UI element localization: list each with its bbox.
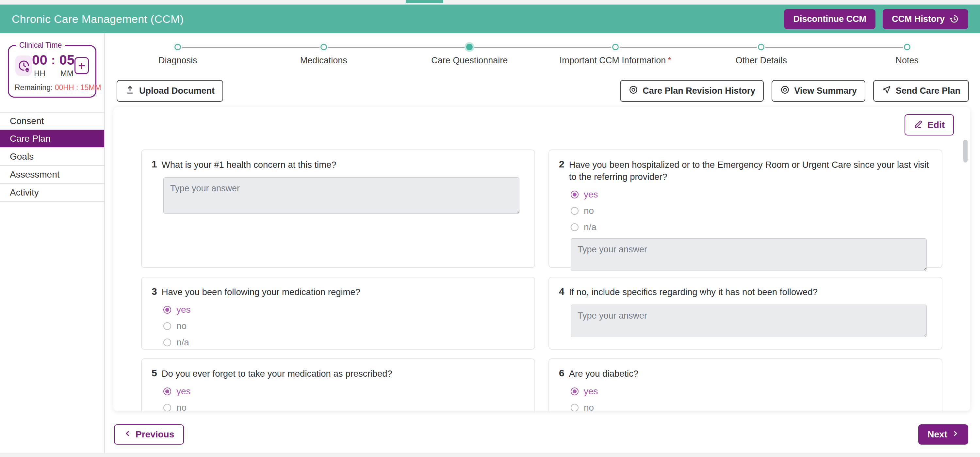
panel-scrollbar[interactable] (963, 140, 967, 163)
question-card-1: 1 What is your #1 health concern at this… (141, 149, 535, 268)
send-icon (882, 85, 891, 97)
question-5-radio-no[interactable]: no (163, 403, 525, 411)
step-dot (175, 44, 181, 50)
step-dot-active (466, 44, 473, 50)
eye-icon (780, 85, 790, 97)
add-time-button[interactable]: + (75, 57, 89, 74)
radio-icon (163, 404, 171, 411)
required-asterisk: * (668, 56, 671, 65)
care-plan-revision-history-button[interactable]: Care Plan Revision History (620, 80, 764, 102)
discontinue-ccm-button[interactable]: Discontinue CCM (784, 9, 875, 29)
step-care-questionnaire[interactable]: Care Questionnaire (396, 44, 542, 66)
question-6-radio-yes[interactable]: yes (571, 386, 932, 397)
step-dot (904, 44, 910, 50)
question-card-3: 3 Have you been following your medicatio… (141, 277, 535, 350)
radio-icon (571, 223, 579, 231)
ccm-history-button[interactable]: CCM History (883, 9, 968, 29)
care-questionnaire-panel: Edit 1 What is your #1 health concern at… (113, 107, 970, 411)
history-icon (949, 14, 959, 24)
remaining-value: 00HH : 15MM (55, 83, 101, 92)
radio-icon (163, 387, 171, 395)
sidebar-item-care-plan[interactable]: Care Plan (0, 130, 104, 148)
remaining-label: Remaining: (15, 83, 52, 92)
upload-icon (125, 85, 135, 97)
step-diagnosis[interactable]: Diagnosis (105, 44, 251, 66)
question-4-answer-input[interactable] (571, 305, 927, 337)
top-scroll-indicator (406, 0, 443, 3)
stepper: Diagnosis Medications Care Questionnaire… (105, 44, 980, 66)
question-5-radio-yes[interactable]: yes (163, 386, 525, 397)
app-body: Clinical Time $ 00 HH : (0, 33, 980, 453)
page-title: Chronic Care Management (CCM) (12, 13, 777, 25)
chevron-right-icon (951, 429, 959, 440)
clinical-time-minutes: 05 (59, 53, 75, 67)
sidebar-nav: Consent Care Plan Goals Assessment Activ… (0, 112, 104, 202)
question-card-2: 2 Have you been hospitalized or to the E… (549, 149, 942, 268)
app-header: Chronic Care Management (CCM) Discontinu… (0, 5, 980, 33)
main-content: Diagnosis Medications Care Questionnaire… (105, 33, 980, 453)
chevron-left-icon (124, 429, 132, 440)
view-summary-button[interactable]: View Summary (772, 80, 865, 102)
sidebar-item-assessment[interactable]: Assessment (0, 166, 104, 184)
step-dot (758, 44, 764, 50)
question-card-6: 6 Are you diabetic? yes no (549, 359, 942, 411)
eye-icon (628, 85, 638, 97)
clinical-time-legend: Clinical Time (16, 41, 65, 50)
question-3-radio-na[interactable]: n/a (163, 337, 525, 348)
step-dot (612, 44, 619, 50)
question-6-radio-no[interactable]: no (571, 403, 932, 411)
radio-icon (571, 207, 579, 215)
previous-button[interactable]: Previous (114, 424, 184, 444)
question-grid: 1 What is your #1 health concern at this… (141, 149, 942, 411)
question-2-radio-yes[interactable]: yes (571, 189, 932, 200)
question-2-radio-no[interactable]: no (571, 206, 932, 216)
question-3-radio-no[interactable]: no (163, 321, 525, 331)
plus-icon: + (78, 59, 85, 72)
question-2-radio-na[interactable]: n/a (571, 222, 932, 232)
sidebar: Clinical Time $ 00 HH : (0, 33, 105, 453)
svg-text:$: $ (25, 67, 29, 73)
radio-icon (163, 322, 171, 330)
step-medications[interactable]: Medications (251, 44, 397, 66)
clinical-time-widget: Clinical Time $ 00 HH : (8, 45, 96, 98)
footer-nav: Previous Next (114, 424, 968, 444)
step-important-ccm-information[interactable]: Important CCM Information* (542, 44, 689, 66)
edit-button[interactable]: Edit (905, 114, 954, 135)
sidebar-item-goals[interactable]: Goals (0, 148, 104, 166)
clinical-time-hours: 00 (32, 53, 48, 67)
send-care-plan-button[interactable]: Send Care Plan (873, 80, 969, 102)
clinical-time-icon: $ (15, 56, 32, 76)
radio-icon (571, 387, 579, 395)
pencil-icon (914, 119, 923, 131)
radio-icon (163, 338, 171, 346)
radio-icon (571, 190, 579, 198)
top-strip (0, 0, 980, 5)
bottom-strip (0, 453, 980, 457)
radio-icon (163, 306, 171, 314)
step-notes[interactable]: Notes (834, 44, 980, 66)
question-1-answer-input[interactable] (163, 177, 519, 214)
question-3-radio-yes[interactable]: yes (163, 305, 525, 315)
toolbar: Upload Document Care Plan Revision Histo… (117, 80, 969, 102)
next-button[interactable]: Next (918, 424, 968, 444)
question-card-4: 4 If no, include specifics regarding why… (549, 277, 942, 350)
question-2-answer-input[interactable] (571, 238, 927, 271)
radio-icon (571, 404, 579, 411)
question-card-5: 5 Do you ever forget to take your medica… (141, 359, 535, 411)
sidebar-item-consent[interactable]: Consent (0, 112, 104, 130)
sidebar-item-activity[interactable]: Activity (0, 184, 104, 202)
step-dot (320, 44, 327, 50)
upload-document-button[interactable]: Upload Document (117, 80, 223, 102)
step-other-details[interactable]: Other Details (688, 44, 834, 66)
clinical-time-display: 00 HH : 05 MM (32, 53, 75, 78)
